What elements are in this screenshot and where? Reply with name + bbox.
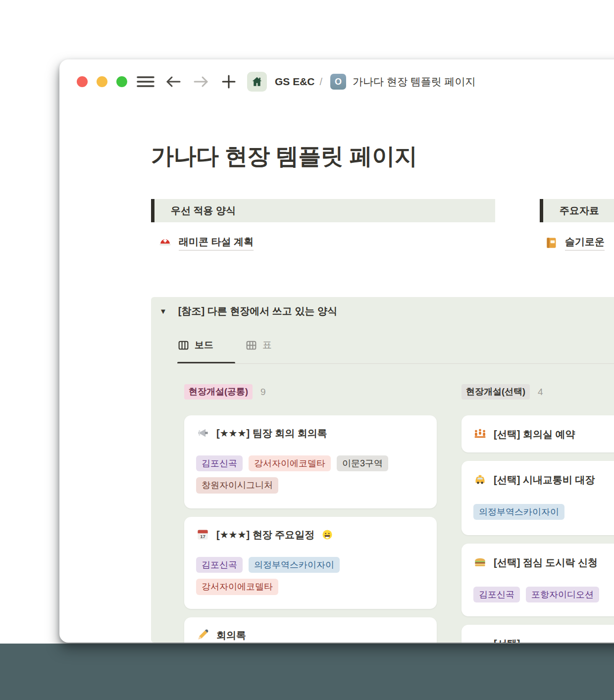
card-tags: 김포신곡 의정부역스카이자이 강서자이에코델타 [196, 557, 425, 595]
tab-board-label: 보드 [195, 339, 213, 351]
arrow-left-icon [165, 74, 181, 89]
card-title: 회의록 [216, 629, 246, 642]
tag-chip: 창원자이시그니처 [196, 477, 278, 493]
priority-forms-callout: 우선 적용 양식 [151, 199, 495, 222]
tab-table-label: 표 [262, 339, 272, 351]
tag-chip: 의정부역스카이자이 [473, 504, 564, 520]
tag-chip: 김포신곡 [196, 557, 243, 573]
card-title-row: [선택] 시내교통비 대장 [473, 473, 614, 486]
column-badge: 현장개설(선택) [461, 384, 530, 399]
wise-guide-page-link[interactable]: 슬기로운 [565, 235, 605, 250]
card-tags: 김포신곡 포항자이디오션 [473, 587, 614, 602]
tag-chip: 김포신곡 [196, 455, 243, 471]
toggle-label: [참조] 다른 현장에서 쓰고 있는 양식 [178, 304, 337, 318]
column-count: 9 [260, 387, 266, 398]
taxi-icon [473, 473, 487, 486]
board-card[interactable]: [★★★] 팀장 회의 회의록 김포신곡 강서자이에코델타 이문3구역 창원자이… [184, 415, 437, 508]
arrow-right-icon [193, 74, 209, 89]
board-card-clipped[interactable]: 회의록 [184, 617, 437, 643]
board-card[interactable]: [선택] 회의실 예약 [461, 415, 614, 452]
breadcrumb-page-title[interactable]: 가나다 현장 템플릿 페이지 [353, 75, 476, 89]
board-card[interactable]: [선택] 시내교통비 대장 의정부역스카이자이 [461, 461, 614, 535]
tab-divider [177, 363, 614, 364]
tag-chip: 의정부역스카이자이 [249, 557, 340, 573]
sidebar-menu-button[interactable] [136, 74, 155, 89]
board-column-common: 현장개설(공통) 9 [★★★] 팀장 회의 회의록 김포신곡 강서자이에코델타… [184, 384, 437, 643]
meeting-icon [473, 427, 487, 441]
tab-board[interactable]: 보드 [177, 339, 213, 351]
new-page-button[interactable] [220, 74, 237, 90]
card-icon-placeholder [473, 637, 487, 643]
tag-chip: 강서자이에코델타 [249, 455, 331, 471]
remicon-plan-page-link[interactable]: 래미콘 타설 계획 [179, 235, 254, 250]
forward-button[interactable] [193, 74, 209, 90]
card-title-row: 17 [★★★] 현장 주요일정 [196, 528, 425, 541]
board-view-icon [177, 339, 190, 351]
card-title: [선택] [494, 637, 520, 643]
breadcrumb-separator: / [320, 76, 323, 88]
board-column-optional: 현장개설(선택) 4 [선택] 회의실 예약 [461, 384, 614, 643]
key-resources-heading: 주요자료 [560, 204, 599, 217]
card-tags: 의정부역스카이자이 [473, 504, 614, 520]
minimize-window-button[interactable] [97, 76, 107, 87]
card-title-row: [선택] 회의실 예약 [473, 427, 614, 441]
column-badge: 현장개설(공통) [184, 384, 253, 399]
tag-chip: 이문3구역 [337, 455, 388, 471]
board-card[interactable]: [선택] 점심 도시락 신청 김포신곡 포항자이디오션 [461, 544, 614, 616]
table-view-icon [245, 339, 257, 351]
card-tags: 김포신곡 강서자이에코델타 이문3구역 창원자이시그니처 [196, 455, 425, 494]
column-count: 4 [538, 387, 543, 398]
toggle-header[interactable]: ▼ [참조] 다른 현장에서 쓰고 있는 양식 [159, 304, 337, 318]
card-title: [선택] 회의실 예약 [494, 428, 575, 441]
card-title: [★★★] 팀장 회의 회의록 [216, 427, 327, 440]
traffic-lights [77, 76, 127, 87]
card-title: [선택] 점심 도시락 신청 [494, 556, 598, 569]
card-title-row: 회의록 [196, 628, 425, 642]
tab-table[interactable]: 표 [245, 339, 272, 351]
grinning-face-icon [321, 529, 333, 541]
card-title-row: [선택] 점심 도시락 신청 [473, 555, 614, 569]
calendar-17-icon: 17 [196, 528, 209, 541]
board-card-clipped[interactable]: [선택] [461, 625, 614, 643]
svg-text:17: 17 [200, 534, 205, 539]
card-title-row: [★★★] 팀장 회의 회의록 [196, 426, 425, 440]
key-resources-callout: 주요자료 [540, 199, 614, 222]
priority-form-link-row: 래미콘 타설 계획 [158, 234, 254, 251]
breadcrumb-workspace[interactable]: GS E&C [275, 76, 315, 88]
loudspeaker-icon [196, 426, 209, 440]
page-title: 가나다 현장 템플릿 페이지 [151, 142, 417, 171]
column-header: 현장개설(공통) 9 [184, 384, 437, 400]
card-title-row: [선택] [473, 637, 614, 643]
tag-chip: 강서자이에코델타 [196, 579, 278, 595]
priority-forms-heading: 우선 적용 양식 [171, 204, 236, 217]
app-window: GS E&C / O 가나다 현장 템플릿 페이지 가나다 현장 템플릿 페이지… [59, 59, 614, 643]
quote-bar [151, 199, 154, 222]
dark-footer-band [0, 644, 614, 700]
home-button[interactable] [247, 72, 267, 92]
back-button[interactable] [165, 74, 182, 90]
toggle-open-icon: ▼ [159, 307, 167, 315]
ledger-icon [545, 236, 558, 250]
close-window-button[interactable] [77, 76, 88, 87]
sandwich-icon [473, 555, 487, 569]
breadcrumb-page-icon: O [330, 74, 346, 90]
home-icon [251, 75, 263, 88]
plus-icon [221, 74, 236, 89]
card-title: [★★★] 현장 주요일정 [216, 528, 314, 541]
quote-bar [540, 199, 543, 222]
key-resource-link-row: 슬기로운 [545, 234, 605, 251]
tag-chip: 김포신곡 [473, 587, 520, 602]
hamburger-icon [137, 75, 154, 89]
writing-hand-icon [196, 628, 209, 642]
tag-chip: 포항자이디오션 [526, 587, 599, 602]
window-toolbar: GS E&C / O 가나다 현장 템플릿 페이지 [77, 71, 476, 93]
rescue-helmet-icon [158, 236, 172, 250]
zoom-window-button[interactable] [116, 76, 127, 87]
column-header: 현장개설(선택) 4 [461, 384, 614, 400]
board-card[interactable]: 17 [★★★] 현장 주요일정 김포신곡 의정부역스카이자이 강서자이에코델타 [184, 517, 437, 609]
card-title: [선택] 시내교통비 대장 [494, 473, 595, 486]
reference-forms-toggle-block: ▼ [참조] 다른 현장에서 쓰고 있는 양식 보드 표 현장개설(공통) 9 [151, 297, 614, 643]
